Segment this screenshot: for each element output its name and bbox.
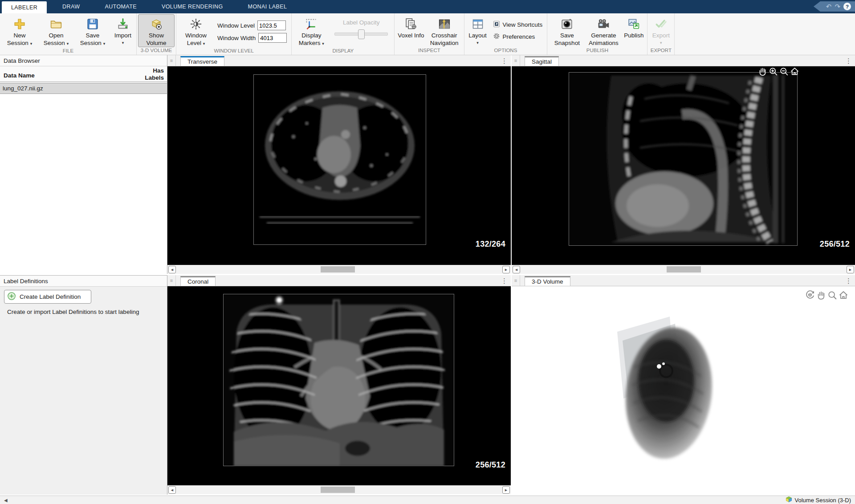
export-icon [655, 16, 667, 32]
group-window-level: Window Level ▾ Window Level Window Width… [176, 13, 292, 55]
label-opacity-slider[interactable] [334, 33, 388, 36]
label-opacity-label: Label Opacity [343, 19, 380, 26]
voxel-info-label: Voxel Info [398, 32, 424, 40]
export-button[interactable]: Export▾ [649, 14, 673, 47]
volume-menu-icon[interactable]: ⋮ [845, 277, 852, 284]
column-data-name: Data Name [4, 72, 35, 79]
group-inspect: Voxel Info Crosshair Navigation INSPECT [395, 13, 464, 55]
pan-hand-icon[interactable] [816, 290, 826, 300]
panel-grip-icon[interactable]: ≡ [167, 275, 176, 286]
import-button[interactable]: Import▾ [111, 14, 135, 48]
show-volume-toggle[interactable]: Show Volume [138, 14, 175, 47]
sagittal-scroll-thumb[interactable] [667, 266, 701, 272]
data-row-lung-027[interactable]: lung_027.nii.gz [0, 83, 167, 94]
tab-3d-volume[interactable]: 3-D Volume [525, 276, 570, 286]
sagittal-slice-indicator: 256/512 [820, 240, 850, 249]
group-label-3d-volume: 3-D VOLUME [137, 47, 176, 55]
ribbon-tab-volume-rendering[interactable]: VOLUME RENDERING [152, 0, 232, 13]
status-collapse-icon[interactable]: ◀ [4, 498, 8, 503]
ribbon-tab-monai-label[interactable]: MONAI LABEL [239, 0, 297, 13]
layout-label: Layout [468, 32, 487, 39]
create-label-plus-icon [7, 292, 16, 302]
ribbon-tab-bar: LABELER DRAW AUTOMATE VOLUME RENDERING M… [0, 0, 855, 13]
ribbon-tab-draw[interactable]: DRAW [53, 0, 89, 13]
coronal-scroll-thumb[interactable] [321, 487, 355, 493]
viewport-3d-volume: ≡ 3-D Volume ⋮ [512, 275, 855, 494]
publish-button[interactable]: Publish [622, 14, 646, 47]
create-label-definition-label: Create Label Definition [20, 293, 81, 300]
panel-grip-icon[interactable]: ≡ [512, 275, 520, 286]
scroll-left-icon[interactable]: ◀ [168, 266, 176, 273]
viewport-coronal: ≡ Coronal ⋮ [167, 275, 511, 494]
scroll-right-icon[interactable]: ▶ [502, 486, 510, 494]
zoom-in-icon[interactable] [769, 67, 778, 76]
ribbon-tab-automate[interactable]: AUTOMATE [95, 0, 146, 13]
generate-animations-button[interactable]: Generate Animations [585, 14, 622, 47]
view-shortcuts-button[interactable]: View Shortcuts [493, 20, 543, 29]
scroll-right-icon[interactable]: ▶ [502, 266, 510, 273]
toolstrip: New Session ▾ Open Session ▾ Save Sessio… [0, 13, 855, 55]
tab-coronal[interactable]: Coronal [180, 276, 216, 286]
group-label-display: DISPLAY [292, 48, 394, 55]
new-session-button[interactable]: New Session ▾ [1, 14, 38, 48]
scroll-right-icon[interactable]: ▶ [847, 266, 854, 273]
voxel-info-button[interactable]: Voxel Info [396, 14, 426, 47]
display-markers-icon [305, 16, 318, 32]
open-session-label: Open Session [44, 32, 65, 46]
zoom-icon[interactable] [827, 290, 837, 300]
view-shortcuts-icon [493, 20, 500, 29]
sagittal-header: ≡ Sagittal ⋮ [512, 55, 855, 66]
scroll-left-icon[interactable]: ◀ [513, 266, 520, 273]
coronal-canvas[interactable]: 256/512 [167, 286, 511, 486]
coronal-slice-scrollbar[interactable]: ◀ ▶ [167, 485, 511, 494]
home-icon[interactable] [790, 67, 799, 76]
pan-hand-icon[interactable] [758, 67, 767, 76]
volume-rendering-image [616, 314, 714, 467]
volume-canvas[interactable] [512, 286, 855, 494]
import-label: Import [114, 32, 131, 39]
display-markers-button[interactable]: Display Markers ▾ [293, 14, 330, 48]
transverse-canvas[interactable]: 132/264 [167, 66, 511, 265]
rotate-3d-icon[interactable] [805, 290, 815, 300]
sagittal-menu-icon[interactable]: ⋮ [845, 57, 852, 64]
help-icon[interactable]: ? [843, 3, 851, 10]
panel-grip-icon[interactable]: ≡ [167, 55, 176, 66]
sagittal-canvas[interactable]: 256/512 [512, 66, 855, 265]
display-markers-label: Display Markers [299, 32, 322, 46]
group-label-publish: PUBLISH [547, 47, 647, 55]
sagittal-slice-scrollbar[interactable]: ◀ ▶ [512, 265, 855, 274]
redo-icon[interactable]: ↷ [835, 3, 840, 10]
label-opacity-slider-thumb[interactable] [358, 29, 365, 39]
volume-axes-toolbar [805, 290, 848, 300]
transverse-menu-icon[interactable]: ⋮ [501, 57, 508, 64]
transverse-slice-scrollbar[interactable]: ◀ ▶ [167, 265, 511, 274]
create-label-definition-button[interactable]: Create Label Definition [4, 290, 91, 304]
ribbon-tab-labeler[interactable]: LABELER [2, 1, 47, 13]
window-width-input[interactable] [258, 33, 287, 43]
layout-icon [472, 16, 484, 32]
group-label-inspect: INSPECT [395, 47, 464, 55]
home-icon[interactable] [839, 290, 848, 300]
import-icon [117, 16, 129, 32]
crosshair-navigation-button[interactable]: Crosshair Navigation [426, 14, 463, 47]
window-level-input[interactable] [257, 20, 286, 30]
save-snapshot-button[interactable]: Save Snapshot [549, 14, 585, 47]
save-session-button[interactable]: Save Session ▾ [74, 14, 111, 48]
tab-sagittal[interactable]: Sagittal [525, 56, 559, 66]
save-session-label: Save Session [80, 32, 102, 46]
coronal-menu-icon[interactable]: ⋮ [501, 277, 508, 284]
window-level-button[interactable]: Window Level ▾ [178, 14, 214, 48]
zoom-out-icon[interactable] [779, 67, 789, 76]
tab-transverse[interactable]: Transverse [180, 56, 224, 66]
panel-grip-icon[interactable]: ≡ [512, 55, 520, 66]
dropdown-arrow-icon: ▾ [322, 41, 324, 46]
quick-access-toolbar: ↶ ↷ ? [814, 1, 855, 12]
transverse-scroll-thumb[interactable] [321, 266, 355, 272]
generate-animations-label: Generate Animations [587, 32, 620, 47]
undo-icon[interactable]: ↶ [826, 3, 832, 10]
layout-button[interactable]: Layout▾ [466, 14, 490, 47]
scroll-left-icon[interactable]: ◀ [168, 486, 176, 494]
preferences-button[interactable]: Preferences [493, 33, 543, 41]
open-session-button[interactable]: Open Session ▾ [38, 14, 74, 48]
view-shortcuts-label: View Shortcuts [503, 21, 543, 28]
